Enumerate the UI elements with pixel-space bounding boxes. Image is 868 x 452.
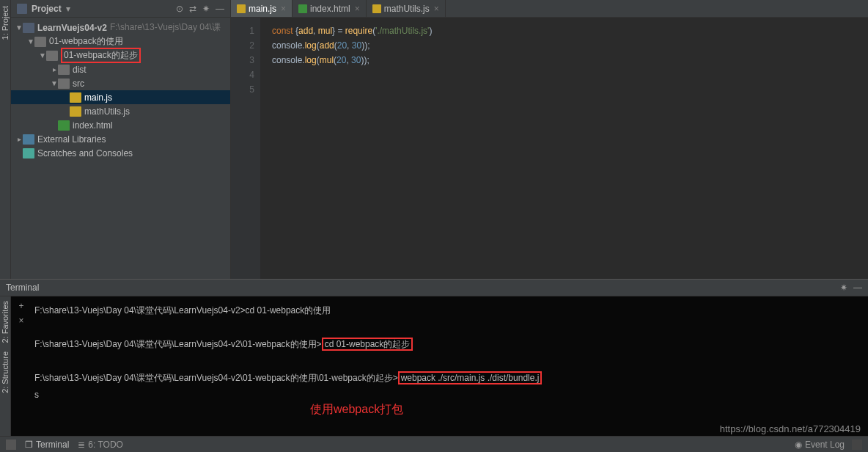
tree-label: src — [73, 79, 84, 89]
terminal-tab[interactable]: ❐ Terminal — [25, 440, 69, 450]
folder-icon — [34, 37, 46, 47]
folder-icon — [46, 51, 58, 61]
html-icon — [58, 120, 70, 131]
tree-label: 01-webpack的起步 — [61, 48, 141, 63]
terminal-toolbar: + × — [11, 296, 32, 436]
project-panel-header: Project ▾ ⊙ ⇄ ✷ — — [11, 0, 230, 18]
terminal-header: Terminal ✷ — — [0, 280, 868, 296]
todo-icon: ≣ — [78, 440, 85, 450]
tree-item[interactable]: ▼src — [11, 76, 230, 90]
scratches-consoles[interactable]: Scratches and Consoles — [11, 146, 230, 160]
js-icon — [70, 106, 81, 117]
html-file-icon — [298, 4, 307, 13]
tree-label: 01-webpack的使用 — [49, 35, 123, 48]
hide-icon[interactable]: — — [853, 282, 862, 293]
gear-icon[interactable]: ✷ — [840, 282, 847, 293]
folder-icon — [58, 65, 70, 75]
external-libraries[interactable]: ▸ External Libraries — [11, 132, 230, 146]
scratches-icon — [23, 148, 34, 158]
terminal-panel: Terminal ✷ — 2: Favorites 2: Structure +… — [0, 279, 868, 436]
add-terminal-icon[interactable]: + — [18, 301, 23, 311]
chevron-down-icon: ▼ — [15, 23, 23, 32]
editor-tab[interactable]: mathUtils.js× — [367, 0, 446, 17]
editor-tabs: main.js×index.html×mathUtils.js× — [231, 0, 868, 18]
terminal-line — [34, 353, 868, 370]
close-tab-icon[interactable]: × — [281, 4, 286, 14]
close-terminal-icon[interactable]: × — [18, 316, 23, 326]
tree-item[interactable]: ▸dist — [11, 62, 230, 76]
annotation-text: 使用webpack打包 — [310, 401, 403, 418]
chevron-right-icon: ▸ — [15, 135, 23, 143]
code-editor[interactable]: 12345 const {add, mul} = require('./math… — [231, 18, 868, 279]
terminal-icon: ❐ — [25, 440, 33, 450]
tree-item[interactable]: main.js — [11, 90, 230, 104]
tree-label: dist — [73, 65, 87, 75]
project-folder-icon — [23, 23, 34, 33]
locate-icon[interactable]: ⊙ — [176, 4, 183, 14]
bottom-bar: ❐ Terminal ≣ 6: TODO ◉ Event Log — [0, 436, 868, 452]
tab-label: main.js — [249, 4, 276, 14]
tab-label: mathUtils.js — [384, 4, 430, 14]
tree-label: index.html — [73, 120, 113, 131]
tree-label: LearnVuejs04-v2 — [37, 23, 107, 33]
js-file-icon — [372, 4, 381, 13]
tree-item[interactable]: mathUtils.js — [11, 104, 230, 118]
editor-area: main.js×index.html×mathUtils.js× 12345 c… — [231, 0, 868, 279]
collapse-icon[interactable]: ⇄ — [189, 4, 196, 14]
project-tree[interactable]: ▼ LearnVuejs04-v2 F:\share\13-Vuejs\Day … — [11, 18, 230, 279]
code-line: const {add, mul} = require('./mathUtils.… — [272, 23, 868, 38]
terminal-line: s — [34, 387, 868, 404]
favorites-tool-tab[interactable]: 2: Favorites — [0, 296, 10, 347]
chevron-down-icon: ▼ — [27, 37, 34, 45]
close-tab-icon[interactable]: × — [355, 4, 360, 14]
lock-icon — [852, 440, 862, 450]
code-line: console.log(mul(20, 30)); — [272, 53, 868, 68]
gear-icon[interactable]: ✷ — [202, 4, 210, 14]
terminal-content[interactable]: F:\share\13-Vuejs\Day 04\课堂代码\LearnVuejs… — [32, 296, 868, 436]
terminal-line — [34, 319, 868, 336]
folder-icon — [58, 79, 70, 89]
tree-label: Scratches and Consoles — [37, 148, 133, 158]
event-log-tab[interactable]: ◉ Event Log — [795, 440, 845, 450]
project-icon — [17, 4, 27, 14]
event-log-icon: ◉ — [795, 440, 802, 450]
panel-title: Project — [32, 4, 62, 14]
tree-item[interactable]: ▼01-webpack的使用 — [11, 34, 230, 48]
editor-tab[interactable]: index.html× — [293, 0, 367, 17]
structure-tool-tab[interactable]: 2: Structure — [0, 347, 10, 398]
dropdown-icon[interactable]: ▾ — [66, 4, 70, 14]
left-tool-window-bar: 1: Project — [0, 0, 11, 279]
project-tool-tab[interactable]: 1: Project — [0, 0, 10, 45]
code-content[interactable]: const {add, mul} = require('./mathUtils.… — [260, 18, 868, 279]
hide-icon[interactable]: — — [216, 4, 224, 14]
line-gutter: 12345 — [231, 18, 260, 279]
tree-item[interactable]: index.html — [11, 118, 230, 132]
library-icon — [23, 134, 34, 145]
terminal-line: F:\share\13-Vuejs\Day 04\课堂代码\LearnVuejs… — [34, 302, 868, 319]
tool-window-icon[interactable] — [6, 440, 16, 450]
close-tab-icon[interactable]: × — [434, 4, 439, 14]
watermark: https://blog.csdn.net/a772304419 — [720, 423, 861, 434]
terminal-title: Terminal — [6, 282, 39, 293]
todo-tab[interactable]: ≣ 6: TODO — [78, 440, 123, 450]
tree-item[interactable]: ▼01-webpack的起步 — [11, 48, 230, 62]
project-panel: Project ▾ ⊙ ⇄ ✷ — ▼ LearnVuejs04-v2 F:\s… — [11, 0, 231, 279]
terminal-line: F:\share\13-Vuejs\Day 04\课堂代码\LearnVuejs… — [34, 336, 868, 353]
chevron-down-icon: ▼ — [51, 79, 58, 87]
code-line: console.log(add(20, 30)); — [272, 38, 868, 53]
chevron-right-icon: ▸ — [51, 65, 58, 73]
tree-label: External Libraries — [37, 134, 106, 145]
terminal-line: F:\share\13-Vuejs\Day 04\课堂代码\LearnVuejs… — [34, 370, 868, 387]
tree-path: F:\share\13-Vuejs\Day 04\课 — [110, 21, 221, 34]
editor-tab[interactable]: main.js× — [231, 0, 293, 17]
chevron-down-icon: ▼ — [39, 51, 46, 59]
tab-label: index.html — [310, 4, 350, 14]
tree-label: main.js — [84, 92, 112, 103]
js-file-icon — [237, 4, 246, 13]
tree-label: mathUtils.js — [84, 106, 130, 117]
tree-root[interactable]: ▼ LearnVuejs04-v2 F:\share\13-Vuejs\Day … — [11, 21, 230, 34]
js-icon — [70, 92, 81, 103]
